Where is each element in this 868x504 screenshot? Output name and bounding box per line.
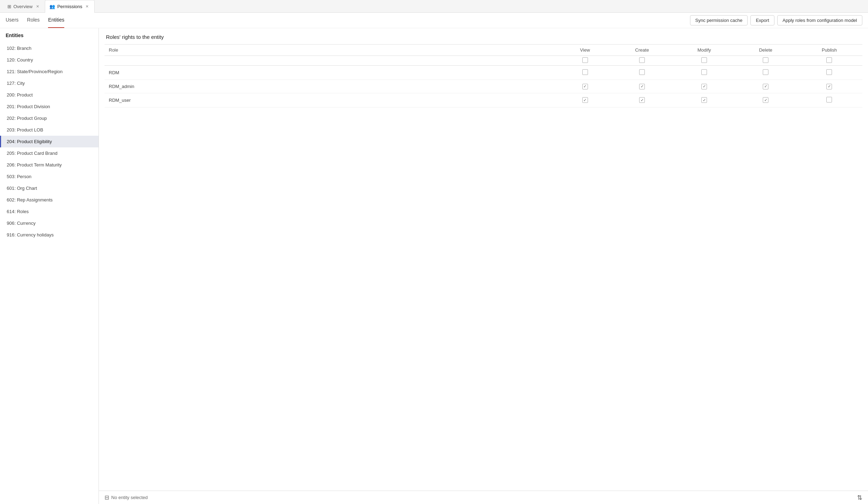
checkbox-view[interactable] (582, 69, 588, 75)
permission-cell-delete (735, 66, 796, 80)
sidebar: Entities 102: Branch120: Country121: Sta… (0, 28, 99, 504)
overview-icon: ⊞ (7, 4, 11, 9)
sidebar-item-602[interactable]: 602: Rep Assignments (0, 194, 99, 206)
sidebar-item-102[interactable]: 102: Branch (0, 42, 99, 54)
col-header-publish: Publish (796, 45, 862, 56)
checkbox-create[interactable]: ✓ (639, 97, 645, 103)
permission-cell-view: ✓ (559, 93, 611, 107)
table-row: RDM_admin✓✓✓✓✓ (105, 80, 862, 93)
col-header-delete: Delete (735, 45, 796, 56)
permission-cell-delete: ✓ (735, 93, 796, 107)
sidebar-item-205[interactable]: 205: Product Card Brand (0, 147, 99, 159)
checkbox-delete[interactable] (763, 69, 768, 75)
tab-permissions-close[interactable]: ✕ (84, 4, 90, 10)
role-name-cell: RDM_user (105, 93, 559, 107)
checkbox-view[interactable]: ✓ (582, 97, 588, 103)
checkbox-publish[interactable] (826, 97, 832, 102)
permission-cell-publish (796, 66, 862, 80)
status-label: No entity selected (111, 495, 148, 500)
export-button[interactable]: Export (750, 15, 774, 25)
apply-roles-button[interactable]: Apply roles from configuration model (777, 15, 862, 25)
sidebar-item-121[interactable]: 121: State/Province/Region (0, 66, 99, 77)
permission-cell-view (559, 66, 611, 80)
permissions-table: RoleViewCreateModifyDeletePublish RDMRDM… (105, 44, 862, 107)
sidebar-list: 102: Branch120: Country121: State/Provin… (0, 42, 99, 504)
checkbox-delete[interactable]: ✓ (763, 97, 768, 103)
sidebar-item-614[interactable]: 614: Roles (0, 206, 99, 217)
sidebar-item-906[interactable]: 906: Currency (0, 217, 99, 229)
checkbox-modify[interactable]: ✓ (701, 84, 707, 89)
sidebar-item-202[interactable]: 202: Product Group (0, 112, 99, 124)
permission-cell-view: ✓ (559, 80, 611, 93)
permission-cell-delete: ✓ (735, 80, 796, 93)
sidebar-item-204[interactable]: 204: Product Eligibility (0, 136, 99, 147)
sort-icon[interactable]: ⇅ (857, 494, 862, 502)
sidebar-item-203[interactable]: 203: Product LOB (0, 124, 99, 136)
sidebar-title: Entities (0, 28, 99, 42)
role-header-cell (105, 56, 559, 66)
permissions-icon: 👥 (49, 4, 55, 9)
sidebar-item-200[interactable]: 200: Product (0, 89, 99, 101)
table-row: RDM (105, 66, 862, 80)
col-header-role: Role (105, 45, 559, 56)
nav-actions: Sync permission cache Export Apply roles… (690, 15, 862, 25)
tab-permissions-label: Permissions (57, 4, 82, 9)
checkbox-create[interactable]: ✓ (639, 84, 645, 89)
nav-tab-roles[interactable]: Roles (27, 13, 40, 28)
header-checkbox-modify[interactable] (701, 57, 707, 63)
table-container: RoleViewCreateModifyDeletePublish RDMRDM… (99, 44, 868, 491)
panel-title: Roles' rights to the entity (99, 28, 868, 44)
tab-overview[interactable]: ⊞ Overview ✕ (3, 0, 45, 13)
header-checkbox-create[interactable] (639, 57, 645, 63)
tab-permissions[interactable]: 👥 Permissions ✕ (45, 0, 95, 13)
main-nav: Users Roles Entities Sync permission cac… (0, 13, 868, 28)
permission-cell-publish (796, 93, 862, 107)
status-icon: ⊟ (105, 494, 109, 501)
header-checkbox-cell-create (611, 56, 673, 66)
permission-cell-modify: ✓ (673, 80, 735, 93)
main-panel: Roles' rights to the entity RoleViewCrea… (99, 28, 868, 504)
nav-tab-entities[interactable]: Entities (48, 13, 64, 28)
checkbox-view[interactable]: ✓ (582, 84, 588, 89)
header-checkbox-view[interactable] (582, 57, 588, 63)
col-header-modify: Modify (673, 45, 735, 56)
nav-tab-users[interactable]: Users (6, 13, 19, 28)
tab-bar: ⊞ Overview ✕ 👥 Permissions ✕ (0, 0, 868, 13)
header-checkbox-publish[interactable] (826, 57, 832, 63)
header-checkbox-delete[interactable] (763, 57, 768, 63)
role-name-cell: RDM_admin (105, 80, 559, 93)
sync-button[interactable]: Sync permission cache (690, 15, 748, 25)
header-checkbox-cell-view (559, 56, 611, 66)
checkbox-modify[interactable]: ✓ (701, 97, 707, 103)
header-checkbox-cell-modify (673, 56, 735, 66)
tab-overview-close[interactable]: ✕ (35, 4, 40, 9)
checkbox-publish[interactable]: ✓ (826, 84, 832, 89)
table-row: RDM_user✓✓✓✓ (105, 93, 862, 107)
sidebar-item-201[interactable]: 201: Product Division (0, 101, 99, 112)
checkbox-delete[interactable]: ✓ (763, 84, 768, 89)
permission-cell-create: ✓ (611, 93, 673, 107)
col-header-create: Create (611, 45, 673, 56)
sidebar-item-601[interactable]: 601: Org Chart (0, 182, 99, 194)
permission-cell-publish: ✓ (796, 80, 862, 93)
checkbox-create[interactable] (639, 69, 645, 75)
sidebar-item-127[interactable]: 127: City (0, 77, 99, 89)
nav-tabs: Users Roles Entities (6, 13, 64, 28)
header-checkbox-cell-delete (735, 56, 796, 66)
role-name-cell: RDM (105, 66, 559, 80)
sidebar-item-503[interactable]: 503: Person (0, 171, 99, 182)
sidebar-item-916[interactable]: 916: Currency holidays (0, 229, 99, 241)
permission-cell-modify (673, 66, 735, 80)
checkbox-modify[interactable] (701, 69, 707, 75)
status-bar: ⊟ No entity selected ⇅ (99, 491, 868, 504)
header-checkbox-cell-publish (796, 56, 862, 66)
sidebar-item-206[interactable]: 206: Product Term Maturity (0, 159, 99, 171)
checkbox-publish[interactable] (826, 69, 832, 75)
col-header-view: View (559, 45, 611, 56)
status-text: ⊟ No entity selected (105, 494, 148, 501)
permission-cell-create: ✓ (611, 80, 673, 93)
content: Entities 102: Branch120: Country121: Sta… (0, 28, 868, 504)
sidebar-item-120[interactable]: 120: Country (0, 54, 99, 66)
permission-cell-modify: ✓ (673, 93, 735, 107)
tab-overview-label: Overview (13, 4, 32, 9)
